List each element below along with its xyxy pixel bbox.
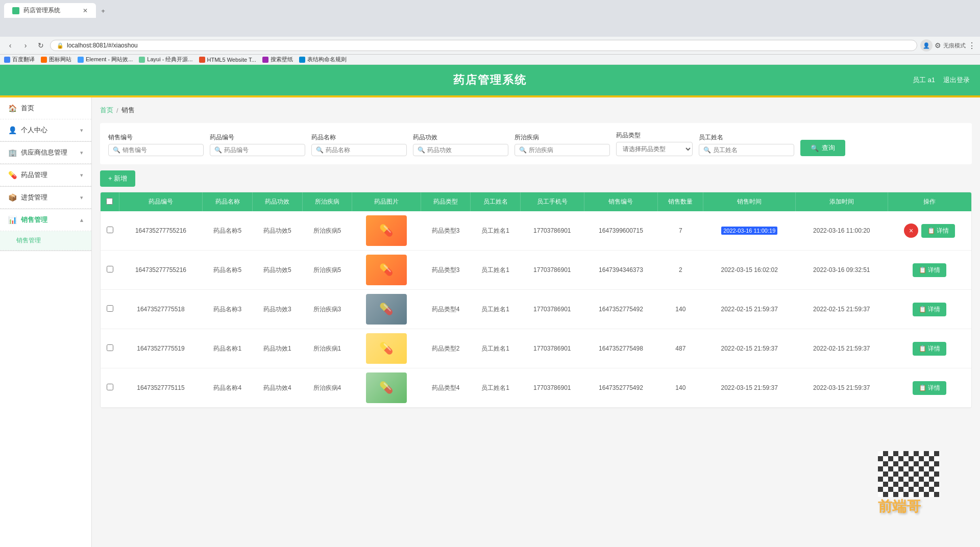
breadcrumb-home[interactable]: 首页 [100,106,113,115]
row-checkbox[interactable] [107,384,113,390]
cell-employee-name: 员工姓名1 [471,329,521,368]
extensions-button[interactable]: ⚙ [935,41,941,49]
breadcrumb: 首页 / 销售 [100,106,972,115]
forward-button[interactable]: › [19,39,32,52]
personal-icon: 👤 [8,126,17,134]
detail-button[interactable]: 📋 详情 [913,342,946,356]
detail-icon: 📋 [919,306,926,313]
cell-drug-no: 16473527775518 [119,290,203,329]
sidebar-item-supplier[interactable]: 🏢 供应商信息管理 ▾ [0,142,91,164]
bookmark-icons[interactable]: 图标网站 [41,56,71,63]
sidebar-item-drug[interactable]: 💊 药品管理 ▾ [0,164,91,186]
drug-name-input[interactable] [326,146,402,154]
cell-sale-time: 2022-03-15 16:02:02 [703,251,796,290]
drug-effect-input[interactable] [427,146,504,154]
row-checkbox[interactable] [107,344,113,351]
cell-sale-no: 1647352775498 [584,329,657,368]
app-wrapper: 药店管理系统 员工 a1 退出登录 🏠 首页 👤 个人中心 ▾ 🏢 供应商信息管… [0,65,980,547]
bookmark-wallpaper[interactable]: 搜索壁纸 [262,56,293,63]
cell-disease: 所治疾病5 [302,251,352,290]
detail-button[interactable]: 📋 详情 [913,303,946,316]
profile-button[interactable]: 👤 [920,39,933,52]
bookmark-element[interactable]: Element - 网站效... [78,56,133,63]
table-row: 164735277755216 药品名称5 药品功效5 所治疾病5 💊 药品类型… [101,251,971,290]
cell-drug-img: 💊 [352,211,421,251]
cell-drug-img: 💊 [352,251,421,290]
no-distraction-label: 无痕模式 [943,42,966,49]
detail-button[interactable]: 📋 详情 [913,263,946,277]
cell-action: 📋 详情 [888,368,971,408]
bookmark-layui[interactable]: Layui - 经典开源... [139,56,192,63]
select-all-checkbox[interactable] [106,198,113,205]
disease-input[interactable] [529,146,605,154]
label-employee-name: 员工姓名 [699,133,794,142]
th-drug-img: 药品图片 [352,192,421,211]
drug-no-input[interactable] [224,146,301,154]
sale-time-highlight: 2022-03-16 11:00:19 [721,227,777,235]
sidebar-sub-item-sales-manage[interactable]: 销售管理 [0,231,91,251]
th-checkbox [101,192,119,211]
search-field-drug-no: 药品编号 🔍 [210,133,305,156]
cell-sale-no: 1647352775492 [584,368,657,408]
cell-drug-type: 药品类型3 [421,211,471,251]
sidebar-item-purchase[interactable]: 📦 进货管理 ▾ [0,187,91,209]
content-area: 首页 / 销售 销售编号 🔍 药品编号 [92,97,980,547]
query-button[interactable]: 🔍 查询 [800,140,845,156]
search-icon: 🔍 [316,146,324,154]
reload-button[interactable]: ↻ [35,39,47,52]
bookmark-translate[interactable]: 百度翻译 [4,56,35,63]
table-row: 16473527775519 药品名称1 药品功效1 所治疾病1 💊 药品类型2… [101,329,971,368]
sidebar-home-label: 首页 [21,104,34,113]
cell-action: 📋 详情 [888,251,971,290]
sidebar-drug-label: 药品管理 [21,170,47,180]
detail-button[interactable]: 📋 详情 [921,224,955,238]
browser-tab[interactable]: 药店管理系统 ✕ [4,3,96,18]
detail-button[interactable]: 📋 详情 [913,381,946,395]
detail-icon: 📋 [919,384,926,391]
row-checkbox[interactable] [107,266,113,272]
back-button[interactable]: ‹ [4,39,16,52]
search-icon: 🔍 [703,146,711,154]
drug-no-input-wrap: 🔍 [210,144,305,156]
address-bar[interactable]: 🔒 localhost:8081/#/xiaoshou [50,40,917,51]
bookmark-naming[interactable]: 表结构命名规则 [299,56,347,63]
add-button[interactable]: + 新增 [100,170,135,187]
product-image: 💊 [366,372,407,403]
delete-button[interactable]: × [904,223,918,238]
bookmark-icon [199,57,205,63]
logout-button[interactable]: 退出登录 [943,76,970,85]
label-drug-name: 药品名称 [311,133,407,142]
sale-no-input-wrap: 🔍 [108,144,204,156]
drug-type-select[interactable]: 请选择药品类型 [616,142,693,156]
url-text: localhost:8081/#/xiaoshou [67,42,138,49]
row-checkbox[interactable] [107,227,113,233]
bookmark-icon [78,57,84,63]
th-drug-effect: 药品功效 [253,192,303,211]
cell-drug-effect: 药品功效4 [253,368,303,408]
sidebar-item-personal[interactable]: 👤 个人中心 ▾ [0,119,91,141]
cell-sale-qty: 140 [658,290,703,329]
sidebar-item-home[interactable]: 🏠 首页 [0,97,91,119]
cell-employee-phone: 17703786901 [520,211,584,251]
search-row: 销售编号 🔍 药品编号 🔍 药品名称 [108,131,964,156]
product-image: 💊 [366,215,407,246]
cell-employee-phone: 17703786901 [520,251,584,290]
row-checkbox-cell [101,368,119,408]
bookmark-html5[interactable]: HTML5 Website T... [199,57,256,63]
sales-table: 药品编号 药品名称 药品功效 所治疾病 药品图片 药品类型 员工姓名 员工手机号… [100,192,972,408]
sale-no-input[interactable] [122,146,199,154]
employee-name-input-wrap: 🔍 [699,144,794,156]
chevron-down-icon: ▾ [80,127,83,134]
query-icon: 🔍 [811,144,819,152]
disease-input-wrap: 🔍 [514,144,610,156]
product-icon: 💊 [379,303,393,316]
sidebar-personal-label: 个人中心 [21,126,47,135]
browser-actions: 👤 ⚙ 无痕模式 ⋮ [920,39,976,52]
new-tab-button[interactable]: + [96,4,110,18]
employee-name-input[interactable] [713,146,790,154]
row-checkbox[interactable] [107,305,113,312]
tab-close-button[interactable]: ✕ [83,7,88,14]
sidebar-item-sales[interactable]: 📊 销售管理 ▴ [0,209,91,231]
breadcrumb-current: 销售 [121,106,135,115]
more-button[interactable]: ⋮ [968,41,976,51]
